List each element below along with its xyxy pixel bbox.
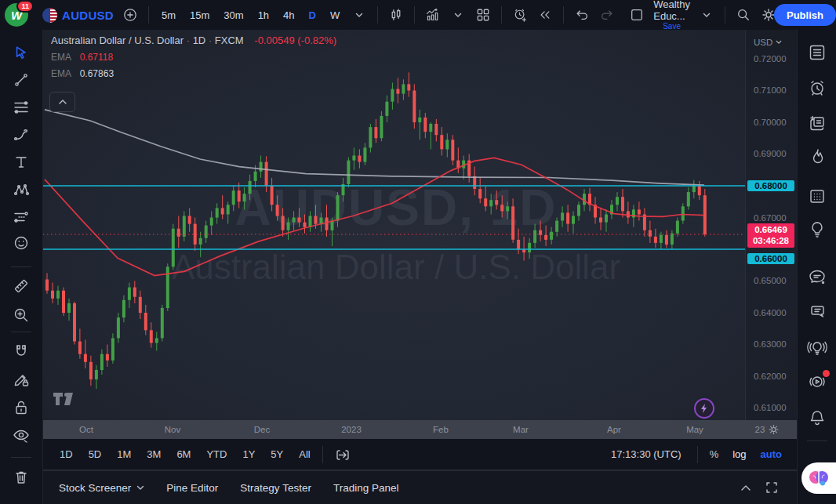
zoom-in-tool[interactable] [8,302,35,328]
forecast-tool[interactable] [8,204,35,230]
journal-button[interactable] [804,111,831,137]
symbol-button[interactable]: AUDUSD [33,8,115,23]
private-chats-button[interactable] [804,299,831,325]
boost-button[interactable] [694,398,714,419]
brush-tool[interactable] [8,121,35,148]
layout-name: Wealthy Educ... [653,0,690,22]
watchlist-icon [808,43,827,62]
tradingview-logo[interactable] [53,391,78,407]
indicators-button[interactable] [423,4,443,26]
fib-retracement-tool[interactable] [8,94,35,121]
grid-layout-icon [476,7,490,23]
divider [501,6,502,24]
time-axis[interactable]: OctNovDec2023FebMarAprMay23 [43,420,797,439]
bar-replay-button[interactable] [535,4,555,26]
axis-currency-button[interactable]: USD [754,38,782,47]
watchlist-button[interactable] [804,39,831,66]
text-tool[interactable] [8,149,35,176]
layout-name-button[interactable]: Wealthy Educ... Save [652,0,692,31]
trend-line-tool[interactable] [8,67,35,93]
indicators-menu-button[interactable] [448,4,468,26]
timeframe-5m[interactable]: 5m [157,9,180,21]
range-1m[interactable]: 1M [110,445,138,463]
layout-select-button[interactable] [627,4,647,26]
clock-utc[interactable]: 17:13:30 (UTC) [611,448,682,460]
publish-button[interactable]: Publish [774,4,836,26]
fib-retracement-icon [13,100,30,115]
hotlists-button[interactable] [804,143,831,170]
goto-date-button[interactable] [328,444,358,465]
candlestick-plot[interactable] [43,30,745,420]
measure-tool[interactable] [8,273,35,299]
notifications-button[interactable] [804,404,831,431]
price-axis[interactable]: USD 0.720000.710000.700000.690000.670000… [745,30,797,420]
streams-button[interactable] [804,368,831,395]
chevron-down-icon [136,485,144,491]
timeframe-1w[interactable]: W [325,9,344,21]
create-alert-button[interactable] [510,4,530,26]
text-icon [13,154,29,170]
legend-collapse-button[interactable] [49,92,75,112]
range-1y[interactable]: 1Y [235,445,262,463]
ema-fast-row[interactable]: EMA 0.67118 [51,52,336,63]
range-5d[interactable]: 5D [82,445,109,463]
tab-strategy-tester[interactable]: Strategy Tester [232,477,319,499]
timeframe-1h[interactable]: 1h [253,9,274,21]
range-6m[interactable]: 6M [169,445,198,463]
alerts-button[interactable] [804,74,831,101]
pattern-tool[interactable] [8,176,35,203]
fullscreen-button[interactable] [765,481,778,494]
ai-assistant-widget[interactable] [801,462,836,494]
symbol-legend-row[interactable]: Australian Dollar / U.S. Dollar · 1D · F… [51,34,336,46]
timeframe-15m[interactable]: 15m [185,9,214,21]
percent-scale-button[interactable]: % [704,445,725,463]
quick-search-button[interactable] [733,4,754,26]
user-avatar[interactable]: W 11 [5,3,28,27]
compare-add-button[interactable] [120,4,140,26]
ema-slow-row[interactable]: EMA 0.67863 [51,68,336,79]
range-1d[interactable]: 1D [53,445,80,463]
candlestick-style-icon [389,7,403,23]
drawing-mode-button[interactable] [8,366,35,393]
magnet-mode-button[interactable] [8,338,35,364]
undo-button[interactable] [572,4,592,26]
indicators-icon [426,7,440,23]
emoji-tool[interactable] [8,230,35,256]
timeframe-1d[interactable]: D [304,9,321,21]
calendar-button[interactable] [804,183,831,209]
redo-button[interactable] [597,4,617,26]
tab-trading-panel[interactable]: Trading Panel [325,477,407,499]
cursor-tool[interactable] [8,39,35,66]
hide-drawings-button[interactable] [8,422,35,449]
tab-stock-screener[interactable]: Stock Screener [51,477,152,499]
templates-button[interactable] [473,4,493,26]
minds-button[interactable] [804,334,831,361]
timeframe-4h[interactable]: 4h [278,9,299,21]
lock-icon [13,399,29,416]
auto-scale-button[interactable]: auto [755,445,787,463]
time-axis-settings-button[interactable] [768,424,780,436]
timeframe-menu-button[interactable] [349,4,369,26]
timeframe-30m[interactable]: 30m [219,9,248,21]
panel-expand-button[interactable] [740,484,751,491]
price-tick: 0.65000 [754,276,787,285]
remove-objects-button[interactable] [8,464,35,491]
public-chat-button[interactable] [804,263,831,290]
ideas-button[interactable] [804,216,831,242]
lock-drawings-button[interactable] [8,394,35,421]
range-all[interactable]: All [292,445,317,463]
range-5y[interactable]: 5Y [264,445,290,463]
divider [11,332,31,332]
range-ytd[interactable]: YTD [199,445,234,463]
chart-style-button[interactable] [386,4,406,26]
tab-pine-editor[interactable]: Pine Editor [158,477,226,499]
time-tick: Feb [433,425,449,434]
divider [414,6,415,24]
xabcd-pattern-icon [13,182,30,198]
chevron-up-icon [58,99,67,105]
range-3m[interactable]: 3M [140,445,168,463]
chart-area[interactable]: AUDUSD, 1D Australian Dollar / U.S. Doll… [43,30,797,420]
save-button[interactable]: Save [663,22,681,31]
layout-menu-button[interactable] [696,4,717,26]
log-scale-button[interactable]: log [727,445,751,463]
